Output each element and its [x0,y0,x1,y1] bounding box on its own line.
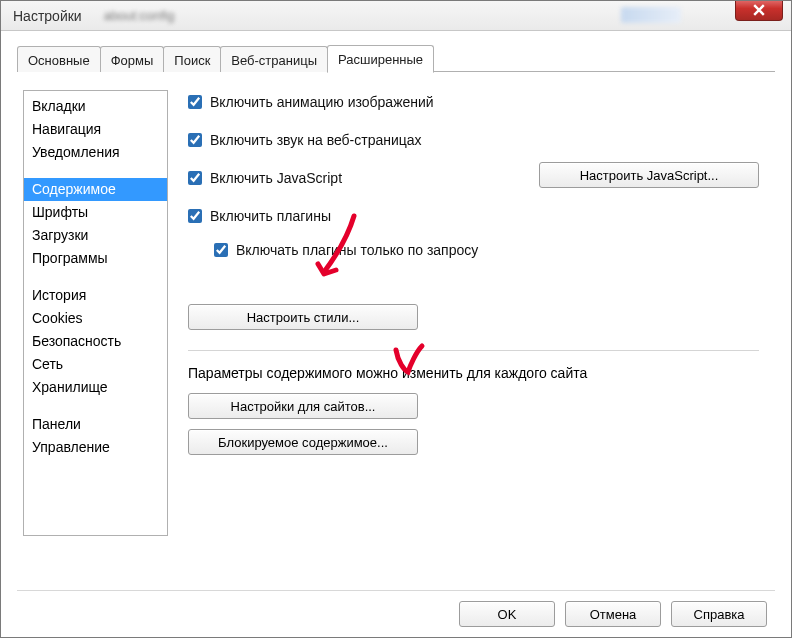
label-plugins: Включить плагины [210,208,331,224]
titlebar: Настройки about:config [1,1,791,31]
sidebar-item-history[interactable]: История [24,284,167,307]
main-area: Включить анимацию изображений Включить з… [188,90,769,582]
address-blur: about:config [104,8,175,23]
close-button[interactable] [735,0,783,21]
separator [188,350,759,351]
tab-forms[interactable]: Формы [100,46,165,72]
checkbox-sound[interactable] [188,133,202,147]
sidebar-item-downloads[interactable]: Загрузки [24,224,167,247]
sidebar-item-panels[interactable]: Панели [24,413,167,436]
sidebar-item-security[interactable]: Безопасность [24,330,167,353]
ok-button[interactable]: OK [459,601,555,627]
sidebar-item-storage[interactable]: Хранилище [24,376,167,399]
window-title: Настройки [13,8,82,24]
configure-javascript-button[interactable]: Настроить JavaScript... [539,162,759,188]
panel: Вкладки Навигация Уведомления Содержимое… [17,72,775,586]
tab-basic[interactable]: Основные [17,46,101,72]
sidebar-item-cookies[interactable]: Cookies [24,307,167,330]
checkbox-javascript[interactable] [188,171,202,185]
cancel-button[interactable]: Отмена [565,601,661,627]
per-site-text: Параметры содержимого можно изменить для… [188,365,759,381]
help-button[interactable]: Справка [671,601,767,627]
tab-webpages[interactable]: Веб-страницы [220,46,328,72]
tabstrip: Основные Формы Поиск Веб-страницы Расшир… [17,45,775,72]
label-javascript: Включить JavaScript [210,170,342,186]
sidebar-item-navigation[interactable]: Навигация [24,118,167,141]
tab-search[interactable]: Поиск [163,46,221,72]
checkbox-plugins-on-demand[interactable] [214,243,228,257]
sidebar-item-tabs[interactable]: Вкладки [24,95,167,118]
sidebar: Вкладки Навигация Уведомления Содержимое… [23,90,168,536]
sidebar-item-network[interactable]: Сеть [24,353,167,376]
label-sound: Включить звук на веб-страницах [210,132,422,148]
sidebar-item-management[interactable]: Управление [24,436,167,459]
label-image-animation: Включить анимацию изображений [210,94,434,110]
titlebar-right-blur [621,7,681,23]
site-settings-button[interactable]: Настройки для сайтов... [188,393,418,419]
sidebar-item-content[interactable]: Содержимое [24,178,167,201]
checkbox-image-animation[interactable] [188,95,202,109]
sidebar-item-fonts[interactable]: Шрифты [24,201,167,224]
close-icon [753,4,765,16]
sidebar-item-programs[interactable]: Программы [24,247,167,270]
dialog-footer: OK Отмена Справка [17,590,775,627]
configure-styles-button[interactable]: Настроить стили... [188,304,418,330]
checkbox-plugins[interactable] [188,209,202,223]
label-plugins-on-demand: Включать плагины только по запросу [236,242,478,258]
blocked-content-button[interactable]: Блокируемое содержимое... [188,429,418,455]
tab-advanced[interactable]: Расширенные [327,45,434,73]
sidebar-item-notifications[interactable]: Уведомления [24,141,167,164]
